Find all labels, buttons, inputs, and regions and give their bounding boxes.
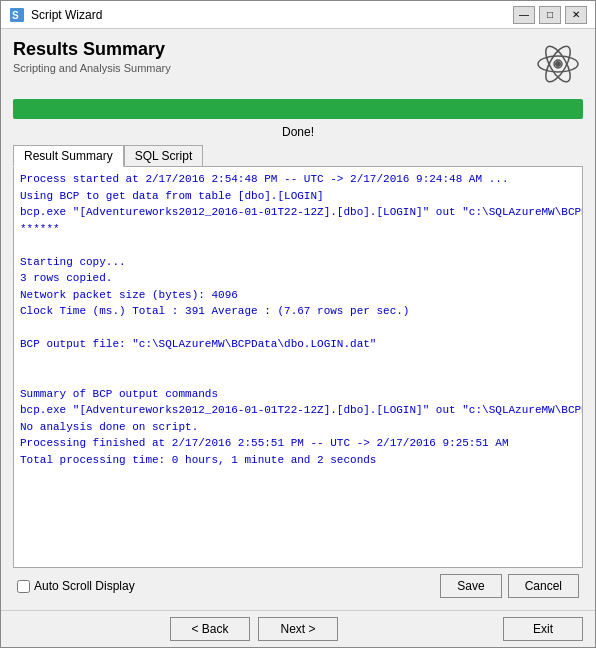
cancel-button[interactable]: Cancel bbox=[508, 574, 579, 598]
log-line: No analysis done on script. bbox=[20, 419, 576, 436]
log-line bbox=[20, 353, 576, 370]
atom-icon bbox=[533, 39, 583, 89]
exit-button[interactable]: Exit bbox=[503, 617, 583, 641]
auto-scroll-text: Auto Scroll Display bbox=[34, 579, 135, 593]
log-line: bcp.exe "[Adventureworks2012_2016-01-01T… bbox=[20, 402, 576, 419]
log-line: ****** bbox=[20, 221, 576, 238]
log-line: Summary of BCP output commands bbox=[20, 386, 576, 403]
progress-bar bbox=[13, 99, 583, 119]
svg-text:S: S bbox=[12, 10, 19, 21]
auto-scroll-checkbox[interactable] bbox=[17, 580, 30, 593]
window-content: Results Summary Scripting and Analysis S… bbox=[1, 29, 595, 610]
log-line: BCP output file: "c:\SQLAzureMW\BCPData\… bbox=[20, 336, 576, 353]
page-title: Results Summary bbox=[13, 39, 171, 60]
save-button[interactable]: Save bbox=[440, 574, 501, 598]
log-line: Starting copy... bbox=[20, 254, 576, 271]
page-subtitle: Scripting and Analysis Summary bbox=[13, 62, 171, 74]
title-bar: S Script Wizard — □ ✕ bbox=[1, 1, 595, 29]
log-area[interactable]: Process started at 2/17/2016 2:54:48 PM … bbox=[13, 166, 583, 568]
log-line: 3 rows copied. bbox=[20, 270, 576, 287]
header-section: Results Summary Scripting and Analysis S… bbox=[13, 39, 583, 89]
done-label: Done! bbox=[13, 125, 583, 139]
next-button[interactable]: Next > bbox=[258, 617, 338, 641]
maximize-button[interactable]: □ bbox=[539, 6, 561, 24]
log-line: Processing finished at 2/17/2016 2:55:51… bbox=[20, 435, 576, 452]
log-line bbox=[20, 237, 576, 254]
back-button[interactable]: < Back bbox=[170, 617, 250, 641]
close-button[interactable]: ✕ bbox=[565, 6, 587, 24]
window-title: Script Wizard bbox=[31, 8, 513, 22]
log-line: Total processing time: 0 hours, 1 minute… bbox=[20, 452, 576, 469]
bottom-bar: Auto Scroll Display Save Cancel bbox=[13, 568, 583, 602]
tabs-row: Result Summary SQL Script bbox=[13, 145, 583, 167]
main-window: S Script Wizard — □ ✕ Results Summary Sc… bbox=[0, 0, 596, 648]
log-line: Clock Time (ms.) Total : 391 Average : (… bbox=[20, 303, 576, 320]
header-text: Results Summary Scripting and Analysis S… bbox=[13, 39, 171, 74]
app-icon: S bbox=[9, 7, 25, 23]
tab-sql-script[interactable]: SQL Script bbox=[124, 145, 204, 167]
window-controls: — □ ✕ bbox=[513, 6, 587, 24]
nav-bar: < Back Next > Exit bbox=[1, 610, 595, 647]
log-line: Process started at 2/17/2016 2:54:48 PM … bbox=[20, 171, 576, 188]
log-line: bcp.exe "[Adventureworks2012_2016-01-01T… bbox=[20, 204, 576, 221]
log-line: Using BCP to get data from table [dbo].[… bbox=[20, 188, 576, 205]
minimize-button[interactable]: — bbox=[513, 6, 535, 24]
auto-scroll-label[interactable]: Auto Scroll Display bbox=[17, 579, 135, 593]
tab-result-summary[interactable]: Result Summary bbox=[13, 145, 124, 167]
log-line bbox=[20, 320, 576, 337]
svg-point-6 bbox=[555, 61, 561, 67]
log-line: Network packet size (bytes): 4096 bbox=[20, 287, 576, 304]
log-line bbox=[20, 369, 576, 386]
